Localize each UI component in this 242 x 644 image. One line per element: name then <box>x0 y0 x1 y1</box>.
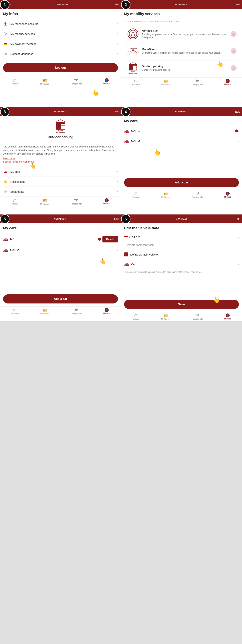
nav-transport-3[interactable]: 🗺 Transport info <box>69 198 83 206</box>
service-monaco-bus[interactable]: M Monaco bus Transfer your passes from y… <box>124 26 239 42</box>
transport-icon-4: 🗺 <box>195 192 199 196</box>
svg-rect-9 <box>129 68 133 70</box>
screen-3: < k MONAPASS 37% <box>0 107 121 214</box>
checkbox-checked-icon: ✓ <box>124 252 128 256</box>
nav-passes-2[interactable]: 🎫 My Passes <box>160 79 172 86</box>
service-info-parking: Outdoor parking Manage your parking spac… <box>142 65 231 72</box>
nav-purchase-1[interactable]: 🏷 Purchase <box>10 78 20 85</box>
step-badge-4: 4 <box>121 107 131 116</box>
bottom-nav-3: 🏷 Purchase 🎫 My Passes 🗺 Transport info … <box>0 197 121 206</box>
plate-chevron: › <box>238 236 239 238</box>
nav-myinfos-label-2: My infos <box>224 83 231 85</box>
plate-value: CAR 2 <box>132 236 238 239</box>
nav-passes-label-5: My Passes <box>40 313 49 315</box>
vehicle-name-input[interactable] <box>127 241 242 249</box>
nav-passes-3[interactable]: 🎫 My Passes <box>39 198 51 206</box>
service-desc-bike: Connect to your MonaBike account to acce… <box>142 52 231 54</box>
mail-icon: ✉ <box>3 52 8 56</box>
purchase-icon-5: 🏷 <box>13 308 17 312</box>
header-3: < k MONAPASS 37% <box>0 107 121 116</box>
svg-point-2 <box>128 51 131 54</box>
delete-button[interactable]: Delete <box>102 236 118 242</box>
nav-purchase-label-5: Purchase <box>11 312 19 314</box>
nav-passes-6[interactable]: 🎫 My Passes <box>160 313 172 320</box>
nav-purchase-4[interactable]: 🏷 Purchase <box>131 191 141 199</box>
car-item-1[interactable]: 🚗 CAR 1 ✓ › <box>121 126 242 136</box>
nav-transport-6[interactable]: 🗺 Transport info <box>190 313 204 320</box>
nav-purchase-5[interactable]: 🏷 Purchase <box>10 308 20 315</box>
page-title-1: My infos <box>0 9 121 16</box>
car-item-5-1[interactable]: 🚗 R 1 ✓ Delete <box>0 233 121 245</box>
define-main-row[interactable]: ✓ Define as main vehicle <box>121 250 242 259</box>
edit-button-4[interactable]: Edit <box>235 110 240 113</box>
nav-purchase-label-6: Purchase <box>132 318 140 320</box>
service-name-parking: Outdoor parking <box>142 65 231 68</box>
save-button[interactable]: Save <box>124 300 239 309</box>
nav-transport-1[interactable]: 🗺 Transport info <box>69 78 83 85</box>
learn-more-link[interactable]: Learn more <box>3 157 118 160</box>
car1-label-5: R 1 <box>10 238 97 241</box>
nav-myinfos-5[interactable]: 👤 My infos <box>102 308 111 315</box>
my-cars-menu[interactable]: 🚗 My cars › <box>0 167 121 177</box>
menu-mobility-label: My mobility services <box>10 32 117 36</box>
car-item-2[interactable]: 🚗 CAR 2 › <box>121 136 242 146</box>
nav-myinfos-4[interactable]: 👤 My infos <box>223 191 232 199</box>
vehicle-type-row[interactable]: 🚗 Car › <box>121 259 242 269</box>
header-6: < k MONAPASS 🗑 <box>121 214 242 223</box>
battery-2: 42% <box>236 4 240 6</box>
nav-transport-4[interactable]: 🗺 Transport info <box>190 191 204 199</box>
nav-purchase-3[interactable]: 🏷 Purchase <box>10 198 20 206</box>
plate-field-row: › CAR 2 › <box>124 233 239 241</box>
vehicle-helper-text: The selection of vehicle type will ensur… <box>121 269 242 275</box>
nav-myinfos-2[interactable]: 👤 My infos <box>223 79 232 86</box>
service-monabike[interactable]: MonaBike MonaBike Connect to your MonaBi… <box>124 43 239 59</box>
car-icon-5-2: 🚗 <box>3 248 8 252</box>
nav-passes-label-3: My Passes <box>40 203 49 205</box>
menu-contact[interactable]: ✉ Contact Monapass › <box>0 49 121 59</box>
header-4: < k MONAPASS Edit <box>121 107 242 116</box>
service-outdoor-parking[interactable]: Mairiede Monaco Outdoor parking Manage y… <box>124 60 239 76</box>
nav-transport-label-1: Transport info <box>71 83 82 85</box>
chevron-icon-4: › <box>117 52 118 56</box>
menu-monapass-account[interactable]: 👤 My Monapass account › <box>0 19 121 29</box>
logout-button[interactable]: Log out <box>3 63 118 72</box>
nav-passes-4[interactable]: 🎫 My Passes <box>160 191 172 199</box>
service-desc-bus: Transfer your passes from your CAM card … <box>142 33 231 39</box>
nav-transport-5[interactable]: 🗺 Transport info <box>69 308 83 315</box>
nav-myinfos-6[interactable]: 👤 My infos <box>223 313 232 320</box>
bookmarks-menu[interactable]: ⭐ Bookmarks › <box>0 187 121 197</box>
nav-myinfos-3[interactable]: 👤 My infos <box>102 198 111 206</box>
nav-purchase-2[interactable]: 🏷 Purchase <box>131 79 141 86</box>
car2-label: CAR 2 <box>131 139 238 142</box>
nav-purchase-label-4: Purchase <box>132 196 140 198</box>
menu-list-1: 👤 My Monapass account › 🛡 My mobility se… <box>0 19 121 59</box>
trash-icon[interactable]: 🗑 <box>237 217 240 220</box>
notifications-menu[interactable]: 🔔 Notifications › <box>0 177 121 187</box>
svg-text:MonaBike: MonaBike <box>131 48 137 49</box>
app-logo-4: MONAPASS <box>175 111 187 113</box>
chevron-icon-3: › <box>117 42 118 46</box>
car-item-5-2[interactable]: 🚗 CAR 2 › <box>0 245 121 255</box>
bookmarks-label: Bookmarks <box>10 190 117 193</box>
nav-passes-1[interactable]: 🎫 My Passes <box>39 78 51 85</box>
nav-myinfos-1[interactable]: 👤 My infos <box>102 78 111 85</box>
menu-mobility-services[interactable]: 🛡 My mobility services › <box>0 29 121 39</box>
menu-payment-methods[interactable]: 💳 My payment methods › <box>0 39 121 49</box>
flag-icon <box>124 236 128 238</box>
nav-myinfos-label-5: My infos <box>103 312 110 314</box>
step-badge-1: 1 <box>0 0 10 10</box>
nav-passes-label-6: My Passes <box>161 318 170 320</box>
nav-transport-2[interactable]: 🗺 Transport info <box>190 79 204 86</box>
menu-payment-label: My payment methods <box>10 42 117 46</box>
section-subtitle-2: SYNCHRONIZE MY ACCOUNTS AND SUBSCRIPTION… <box>121 19 242 25</box>
outdoor-desc: The on-street parking ticket allows you … <box>0 145 121 156</box>
add-car-button-4[interactable]: Add a car <box>124 178 239 187</box>
car-icon-menu: 🚗 <box>3 169 8 174</box>
terms-link[interactable]: Special Terms and Conditions <box>3 160 118 163</box>
edit-button-5[interactable]: Edit <box>114 218 119 220</box>
add-car-button-5[interactable]: Add a car <box>3 294 118 304</box>
nav-passes-5[interactable]: 🎫 My Passes <box>39 308 51 315</box>
car-type-icon: 🚗 <box>124 262 129 266</box>
nav-purchase-6[interactable]: 🏷 Purchase <box>131 313 141 320</box>
car-icon-1: 🚗 <box>124 128 129 133</box>
